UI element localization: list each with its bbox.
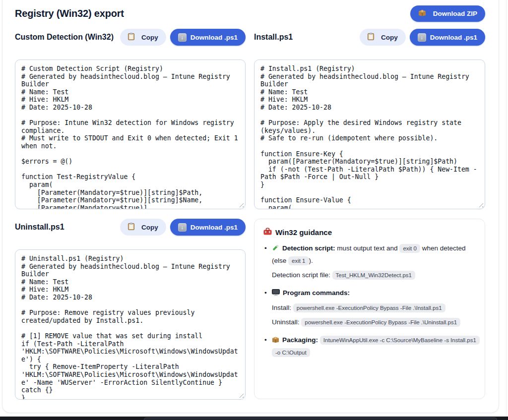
copy-label: Copy bbox=[381, 34, 398, 41]
install-actions: Copy ↓ Download .ps1 bbox=[360, 29, 485, 46]
window-edge-divider bbox=[506, 0, 507, 417]
detection-code-textarea[interactable]: # Custom Detection Script (Registry) # G… bbox=[15, 60, 245, 209]
uninstall-download-button[interactable]: ↓ Download .ps1 bbox=[170, 219, 246, 236]
install-command-chip: powershell.exe -ExecutionPolicy Bypass -… bbox=[293, 303, 445, 312]
download-arrow-icon: ↓ bbox=[178, 33, 187, 42]
package-icon bbox=[272, 335, 279, 347]
download-zip-button[interactable]: Download ZIP bbox=[410, 5, 485, 22]
install-code-textarea[interactable]: # Install.ps1 (Registry) # Generated by … bbox=[254, 60, 485, 209]
install-section-title: Install.ps1 bbox=[254, 33, 293, 42]
detection-label: Detection script: bbox=[282, 244, 335, 252]
page-title: Registry (Win32) export bbox=[15, 8, 124, 19]
program-guidance-item: Program commands: Install: powershell.ex… bbox=[264, 287, 477, 328]
clipboard-icon bbox=[128, 223, 134, 232]
install-header-row: Install.ps1 Copy ↓ Download .ps1 bbox=[254, 29, 485, 46]
download-ps1-label: Download .ps1 bbox=[430, 34, 477, 41]
program-label: Program commands: bbox=[283, 289, 350, 297]
detection-download-button[interactable]: ↓ Download .ps1 bbox=[170, 29, 246, 46]
install-copy-button[interactable]: Copy bbox=[360, 29, 406, 46]
uninstall-codebox: # Uninstall.ps1 (Registry) # Generated b… bbox=[15, 249, 246, 400]
uninstall-actions: Copy ↓ Download .ps1 bbox=[120, 219, 246, 236]
package-icon bbox=[418, 9, 426, 18]
uninstall-copy-button[interactable]: Copy bbox=[120, 219, 166, 236]
download-arrow-icon: ↓ bbox=[418, 33, 426, 42]
guidance-title-row: Win32 guidance bbox=[263, 228, 477, 237]
detection-file-label: Detection script file: bbox=[272, 271, 330, 279]
background-window-top bbox=[144, 418, 497, 420]
monitor-icon bbox=[272, 288, 280, 300]
detection-file-line: Detection script file: Test_HKLM_Win32De… bbox=[272, 269, 477, 281]
uninstall-section-title: Uninstall.ps1 bbox=[15, 223, 64, 232]
guidance-panel: Win32 guidance Detection script: must ou… bbox=[254, 219, 485, 399]
toolbox-icon bbox=[263, 228, 272, 237]
detection-actions: Copy ↓ Download .ps1 bbox=[120, 29, 246, 46]
install-download-button[interactable]: ↓ Download .ps1 bbox=[410, 29, 485, 46]
detection-guidance-item: Detection script: must output text and e… bbox=[264, 242, 477, 281]
clipboard-icon bbox=[368, 33, 374, 42]
download-ps1-label: Download .ps1 bbox=[190, 224, 238, 231]
title-row: Registry (Win32) export Download ZIP bbox=[15, 4, 485, 22]
guidance-list: Detection script: must output text and e… bbox=[264, 242, 477, 359]
uninstall-command-chip: powershell.exe -ExecutionPolicy Bypass -… bbox=[301, 318, 460, 327]
exit1-chip: exit 1 bbox=[288, 256, 309, 265]
uninstall-cmd-label: Uninstall: bbox=[272, 318, 300, 326]
download-arrow-icon: ↓ bbox=[178, 223, 187, 232]
download-zip-label: Download ZIP bbox=[433, 10, 477, 17]
uninstall-header-row: Uninstall.ps1 Copy ↓ Download .ps1 bbox=[15, 219, 246, 236]
install-command-line: Install: powershell.exe -ExecutionPolicy… bbox=[272, 302, 477, 314]
packaging-label: Packaging: bbox=[282, 336, 318, 344]
detection-header-row: Custom Detection (Win32) Copy ↓ Download… bbox=[15, 29, 246, 46]
clipboard-icon bbox=[128, 33, 134, 42]
detection-codebox: # Custom Detection Script (Registry) # G… bbox=[15, 60, 246, 209]
detection-section-title: Custom Detection (Win32) bbox=[15, 33, 114, 42]
uninstall-code-textarea[interactable]: # Uninstall.ps1 (Registry) # Generated b… bbox=[15, 250, 245, 399]
exit0-chip: exit 0 bbox=[399, 244, 420, 253]
uninstall-command-line: Uninstall: powershell.exe -ExecutionPoli… bbox=[272, 316, 477, 328]
copy-label: Copy bbox=[141, 224, 158, 231]
detection-text: must output text and bbox=[337, 244, 397, 252]
detection-copy-button[interactable]: Copy bbox=[120, 29, 166, 46]
guidance-title: Win32 guidance bbox=[275, 228, 332, 237]
detection-text-after: ). bbox=[309, 257, 313, 264]
packaging-guidance-item: Packaging: IntuneWinAppUtil.exe -c C:\So… bbox=[264, 334, 477, 359]
download-ps1-label: Download .ps1 bbox=[190, 34, 238, 41]
page-root: Registry (Win32) export Download ZIP Cus… bbox=[0, 0, 508, 420]
install-cmd-label: Install: bbox=[272, 304, 291, 311]
copy-label: Copy bbox=[141, 34, 158, 41]
detection-file-chip: Test_HKLM_Win32Detect.ps1 bbox=[332, 271, 415, 280]
test-tube-icon bbox=[272, 243, 279, 255]
install-codebox: # Install.ps1 (Registry) # Generated by … bbox=[254, 60, 485, 209]
